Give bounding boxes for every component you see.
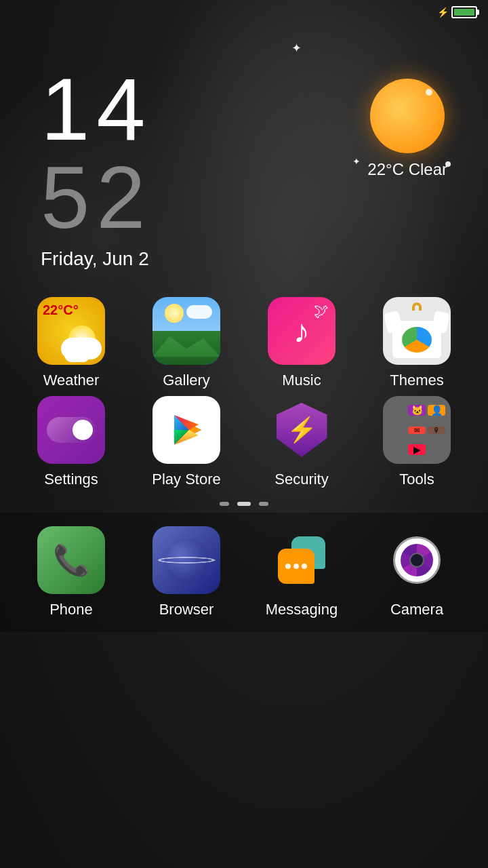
message-bubbles — [278, 536, 325, 584]
themes-label: Themes — [390, 372, 443, 389]
gallery-sun — [165, 304, 184, 323]
app-themes[interactable]: Themes — [366, 297, 468, 389]
tool-cell-5: ✉ — [408, 427, 426, 434]
phone-emoji: 📞 — [53, 542, 90, 578]
toggle-bg — [47, 417, 96, 443]
dock-messaging[interactable]: Messaging — [251, 526, 352, 618]
dock-browser[interactable]: Browser — [136, 526, 237, 618]
security-label: Security — [274, 471, 328, 488]
page-indicators — [0, 502, 488, 506]
charging-icon: ⚡ — [437, 7, 449, 18]
security-icon: ⚡ — [268, 396, 336, 464]
app-settings[interactable]: Settings — [20, 396, 122, 488]
browser-label: Browser — [159, 601, 214, 618]
clock: 14 52 Friday, Jun 2 — [41, 65, 152, 270]
weather-temp: 22°C Clear — [367, 160, 447, 179]
app-playstore[interactable]: Play Store — [136, 396, 237, 488]
time-hours: 14 — [41, 65, 152, 153]
app-gallery[interactable]: Gallery — [136, 297, 237, 389]
msg-orange-bubble — [278, 549, 314, 584]
playstore-icon — [152, 396, 220, 464]
dot-2 — [293, 564, 299, 569]
camera-label: Camera — [390, 601, 443, 618]
app-row-2: Settings — [14, 396, 474, 488]
tools-label: Tools — [399, 471, 434, 488]
gallery-label: Gallery — [163, 372, 210, 389]
weather-label: Weather — [43, 372, 100, 389]
battery-fill — [454, 9, 474, 16]
dot-3 — [302, 564, 307, 569]
playstore-label: Play Store — [152, 471, 221, 488]
status-bar: ⚡ — [0, 0, 488, 24]
settings-icon — [37, 396, 105, 464]
bolt-icon: ⚡ — [287, 418, 317, 442]
camera-inner — [401, 544, 433, 576]
music-icon: ♪ 🕊 — [268, 297, 336, 365]
tool-cell-2: 🐱 — [408, 405, 426, 416]
themes-icon — [383, 297, 451, 365]
date-text: Friday, Jun 2 — [41, 248, 152, 270]
sun-dot — [426, 89, 432, 96]
app-security[interactable]: ⚡ Security — [251, 396, 352, 488]
dot-1 — [285, 564, 291, 569]
clock-weather-area: 14 52 Friday, Jun 2 22°C Clear — [0, 24, 488, 270]
gallery-cloud — [186, 305, 212, 319]
camera-lens — [409, 553, 424, 568]
phone-icon: 📞 — [37, 526, 105, 594]
app-music[interactable]: ♪ 🕊 Music — [251, 297, 352, 389]
dock-camera[interactable]: Camera — [366, 526, 468, 618]
camera-outer — [393, 536, 441, 584]
planet-ring — [158, 557, 216, 564]
tools-icon: 🐱 👤 ✉ 🎙 ▶ — [383, 396, 451, 464]
battery-area: ⚡ — [437, 6, 477, 18]
weather-widget[interactable]: 22°C Clear — [367, 79, 447, 179]
tool-cell-6: 🎙 — [428, 427, 445, 434]
page-dot-2[interactable] — [237, 502, 251, 506]
planet — [165, 538, 209, 583]
messaging-label: Messaging — [266, 601, 338, 618]
camera-icon — [383, 526, 451, 594]
play-arrow-svg — [165, 408, 208, 452]
dock: 📞 Phone Browser M — [0, 513, 488, 632]
tool-cell-8: ▶ — [408, 444, 426, 455]
browser-icon — [152, 526, 220, 594]
messaging-icon — [268, 526, 336, 594]
dock-phone[interactable]: 📞 Phone — [20, 526, 122, 618]
msg-dots — [285, 564, 307, 569]
page-dot-1[interactable] — [220, 502, 229, 506]
shirt-body — [392, 321, 441, 358]
battery-icon — [451, 6, 477, 18]
sun-icon — [370, 79, 445, 153]
play-arrow-container — [152, 396, 220, 464]
shirt-design — [402, 327, 432, 353]
app-grid: 22°C° Weather Gallery ♪ 🕊 — [0, 297, 488, 488]
settings-label: Settings — [44, 471, 98, 488]
page-dot-3[interactable] — [259, 502, 268, 506]
shield-shape: ⚡ — [277, 403, 327, 457]
weather-temp-label: 22°C° — [43, 302, 79, 318]
time-minutes: 52 — [41, 153, 152, 241]
weather-app-cloud2 — [64, 347, 90, 362]
music-bird-icon: 🕊 — [314, 302, 329, 320]
app-weather[interactable]: 22°C° Weather — [20, 297, 122, 389]
hanger-icon — [412, 302, 422, 311]
toggle-knob — [73, 420, 93, 440]
app-row-1: 22°C° Weather Gallery ♪ 🕊 — [14, 297, 474, 389]
music-note-icon: ♪ — [293, 313, 310, 350]
tool-cell-3: 👤 — [428, 405, 445, 416]
app-tools[interactable]: 🐱 👤 ✉ 🎙 ▶ Tools — [366, 396, 468, 488]
gallery-icon — [152, 297, 220, 365]
phone-label: Phone — [49, 601, 93, 618]
weather-icon: 22°C° — [37, 297, 105, 365]
music-label: Music — [282, 372, 321, 389]
